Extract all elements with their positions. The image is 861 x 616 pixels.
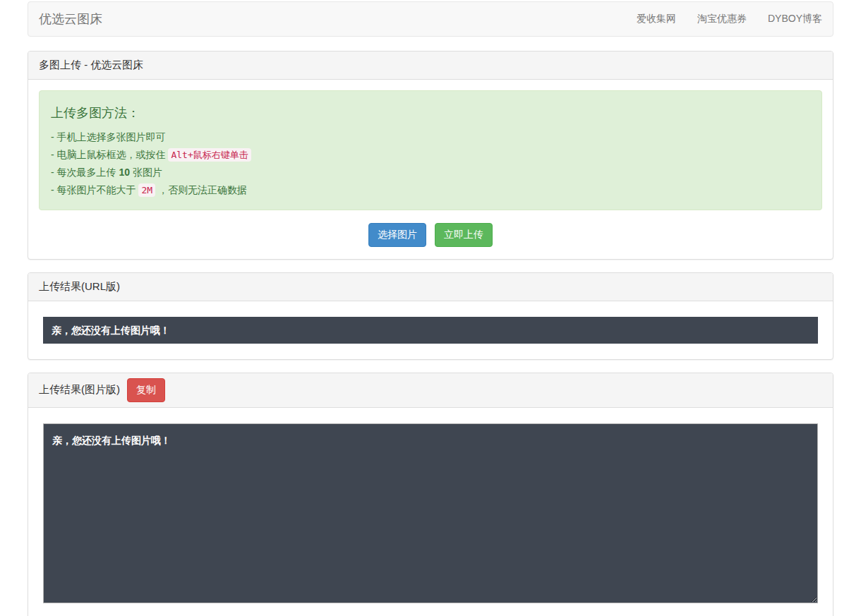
navbar: 优选云图床 爱收集网 淘宝优惠券 DYBOY博客 [28, 1, 833, 37]
url-result-title: 上传结果(URL版) [39, 280, 120, 294]
navbar-links: 爱收集网 淘宝优惠券 DYBOY博客 [626, 2, 833, 36]
upload-panel-heading: 多图上传 - 优选云图床 [28, 52, 833, 80]
upload-panel: 多图上传 - 优选云图床 上传多图方法： - 手机上选择多张图片即可 - 电脑上… [28, 51, 833, 260]
copy-button[interactable]: 复制 [127, 378, 165, 402]
upload-panel-body: 上传多图方法： - 手机上选择多张图片即可 - 电脑上鼠标框选，或按住 Alt+… [28, 80, 833, 259]
page-container: 优选云图床 爱收集网 淘宝优惠券 DYBOY博客 多图上传 - 优选云图床 上传… [28, 1, 833, 616]
image-result-body: 亲，您还没有上传图片哦！ [28, 408, 833, 616]
image-result-heading: 上传结果(图片版) 复制 [28, 373, 833, 408]
instruction-line-3: - 每次最多上传 10 张图片 [51, 164, 810, 181]
nav-link-taobao-coupon[interactable]: 淘宝优惠券 [687, 2, 757, 36]
instruction-line-2: - 电脑上鼠标框选，或按住 Alt+鼠标右键单击 [51, 146, 810, 164]
max-count-value: 10 [119, 167, 130, 178]
image-result-textarea[interactable]: 亲，您还没有上传图片哦！ [43, 423, 818, 603]
nav-link-aishouji[interactable]: 爱收集网 [626, 2, 687, 36]
url-result-body: 亲，您还没有上传图片哦！ [28, 301, 833, 359]
max-size-code: 2M [138, 183, 155, 197]
upload-panel-title: 多图上传 - 优选云图床 [39, 59, 143, 72]
upload-now-button[interactable]: 立即上传 [435, 223, 493, 247]
upload-instructions-alert: 上传多图方法： - 手机上选择多张图片即可 - 电脑上鼠标框选，或按住 Alt+… [39, 90, 822, 210]
upload-buttons-row: 选择图片 立即上传 [39, 223, 822, 247]
select-images-button[interactable]: 选择图片 [368, 223, 426, 247]
image-result-panel: 上传结果(图片版) 复制 亲，您还没有上传图片哦！ [28, 373, 833, 616]
instruction-line-1: - 手机上选择多张图片即可 [51, 128, 810, 146]
url-result-empty-message: 亲，您还没有上传图片哦！ [43, 317, 818, 344]
image-result-title: 上传结果(图片版) [39, 383, 120, 397]
url-result-panel: 上传结果(URL版) 亲，您还没有上传图片哦！ [28, 272, 833, 360]
instructions-title: 上传多图方法： [51, 104, 810, 121]
brand-link[interactable]: 优选云图床 [28, 11, 113, 28]
url-result-heading: 上传结果(URL版) [28, 273, 833, 301]
shortcut-code: Alt+鼠标右键单击 [168, 148, 251, 162]
instruction-line-4: - 每张图片不能大于 2M ，否则无法正确数据 [51, 181, 810, 199]
nav-link-dyboy-blog[interactable]: DYBOY博客 [757, 2, 833, 36]
